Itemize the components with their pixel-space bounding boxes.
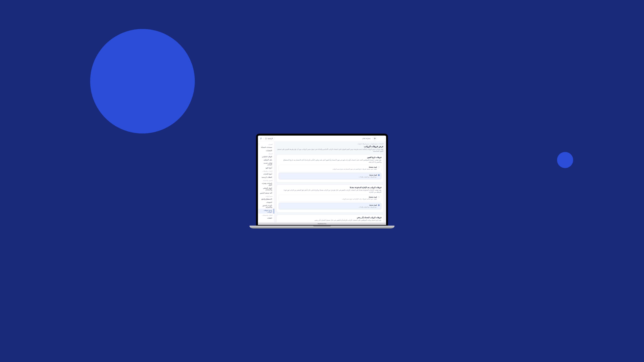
section-title: فروقات الرواتب المعدلة بأثر رجعي	[279, 216, 382, 218]
settings-section: فروقات الرواتب بعد الإجازة المدفوعة مقدم…	[276, 184, 384, 212]
page-title: عرض فروقات الرواتب	[276, 145, 384, 148]
topbar: مشاركة إعلان الرئيسية J	[258, 136, 386, 142]
home-label: الرئيسية	[268, 138, 273, 139]
sidebar-item[interactable]: الإشعارات	[258, 149, 274, 152]
sidebar-item[interactable]: أنواع العهد	[258, 166, 274, 170]
option-text: قيمة منفصلةإظهار عمود إضافي لفروقات راتب…	[280, 196, 377, 200]
settings-section: فروقات تاريخ التعيينيؤثر توقيت انضمام ال…	[276, 155, 384, 182]
sidebar-item[interactable]: الهيكل التنظيمي	[258, 155, 274, 158]
language-button[interactable]	[373, 137, 377, 140]
option-description: دمج الفروقات مع الرواتب والبدلات.	[280, 176, 377, 178]
option-description: دمج الفروقات مع الرواتب والبدلات.	[280, 206, 377, 208]
radio-icon	[378, 174, 380, 176]
option-text: قيمة مدمجةدمج الفروقات مع الرواتب والبدل…	[280, 174, 377, 178]
sidebar-item[interactable]: عرض فروقات الرواتب	[258, 209, 274, 213]
page-description: توفر خيارات عرض الرواتب إمكانية تحديد طر…	[276, 148, 384, 153]
section-description: يؤثر توقيت انضمام الموظفين الجدد على احت…	[279, 159, 382, 163]
radio-option[interactable]: قيمة منفصلةإظهار عمود إضافي لفروقات راتب…	[279, 195, 382, 201]
option-text: قيمة مدمجةدمج الفروقات مع الرواتب والبدل…	[280, 204, 377, 208]
radio-option[interactable]: قيمة منفصلةإظهار عمود منفصل لفروقات تاري…	[279, 165, 382, 172]
option-label: قيمة مدمجة	[280, 204, 377, 206]
home-icon	[265, 138, 267, 139]
radio-option[interactable]: قيمة مدمجةدمج الفروقات مع الرواتب والبدل…	[279, 203, 382, 209]
sidebar-item[interactable]: الدفوعات	[258, 201, 274, 204]
sidebar-item[interactable]: مستندات المنشأة	[258, 146, 274, 149]
sidebar-item[interactable]: الدوامات وفترات العمل	[258, 182, 274, 186]
option-text: قيمة منفصلةإظهار عمود منفصل لفروقات تاري…	[280, 166, 377, 170]
option-label: قيمة منفصلة	[280, 166, 377, 168]
section-description: يؤثر تاريخ تعديل رواتب الموظفين على احتس…	[279, 219, 382, 221]
radio-option[interactable]: قيمة مدمجةدمج الفروقات مع الرواتب والبدل…	[279, 173, 382, 179]
chevron-right-icon	[258, 144, 258, 145]
sidebar-item[interactable]: الاستقطاع والدفع	[258, 197, 274, 201]
sidebar-item[interactable]: قوالب تحديث البيانات	[258, 162, 274, 166]
sidebar-item[interactable]: ملف التوظيف	[258, 158, 274, 162]
breadcrumb: الإعدادات / مسير الرواتب / عرض فروقات ال…	[276, 143, 384, 145]
laptop-base	[250, 226, 394, 228]
topbar-action-placeholder[interactable]	[378, 137, 384, 140]
option-description: إظهار عمود منفصل لفروقات تاريخ التعيين ف…	[280, 168, 377, 170]
sidebar-item[interactable]: آلية تسجيل الحضور	[258, 191, 274, 194]
radio-icon	[378, 196, 380, 198]
laptop-label: MacBook Pro	[258, 222, 386, 225]
main-content: الإعدادات / مسير الرواتب / عرض فروقات ال…	[274, 142, 386, 222]
bg-decor-large	[90, 29, 195, 134]
sidebar-section-label: مسير الرواتب	[258, 194, 274, 197]
sidebar-item[interactable]: العمل الإضافي والاستئذان	[258, 186, 274, 191]
sidebar-section-label: المنشأة	[258, 152, 274, 155]
option-description: إظهار عمود إضافي لفروقات راتب الإجازة في…	[280, 198, 377, 200]
sidebar-item[interactable]: تأثيرات الحضور والانصراف	[258, 204, 274, 209]
sidebar-section-label: الحضور والانصراف	[258, 179, 274, 182]
settings-section: فروقات الرواتب المعدلة بأثر رجعييؤثر تار…	[276, 215, 384, 222]
sidebar-section-label: الطلبات والموافقات	[258, 213, 274, 216]
sidebar-item[interactable]: العطلات الرسمية	[258, 176, 274, 179]
logo: J	[260, 137, 262, 140]
section-description: يؤثر توقيت الإجازات المدفوعة مقدمًا على …	[279, 189, 382, 193]
sidebar-section-label: الإجازات والعطلات	[258, 170, 274, 173]
section-title: فروقات تاريخ التعيين	[279, 156, 382, 158]
globe-icon	[374, 138, 376, 139]
option-label: قيمة منفصلة	[280, 196, 377, 198]
option-label: قيمة مدمجة	[280, 174, 377, 176]
bg-decor-small	[557, 152, 573, 168]
home-button[interactable]: الرئيسية	[264, 137, 275, 140]
sidebar-section-label: الحساب	[258, 143, 274, 146]
laptop-frame: مشاركة إعلان الرئيسية J الحسابمستندات ال…	[256, 134, 388, 228]
section-title: فروقات الرواتب بعد الإجازة المدفوعة مقدم…	[279, 186, 382, 188]
sidebar: الحسابمستندات المنشأةالإشعاراتالمنشأةاله…	[258, 142, 274, 222]
share-announcement-button[interactable]: مشاركة إعلان	[361, 137, 372, 140]
sidebar-item[interactable]: الطلبات	[258, 216, 274, 220]
sidebar-item[interactable]: أنواع الإجازات	[258, 173, 274, 176]
radio-icon	[378, 167, 380, 168]
radio-icon	[378, 204, 380, 206]
